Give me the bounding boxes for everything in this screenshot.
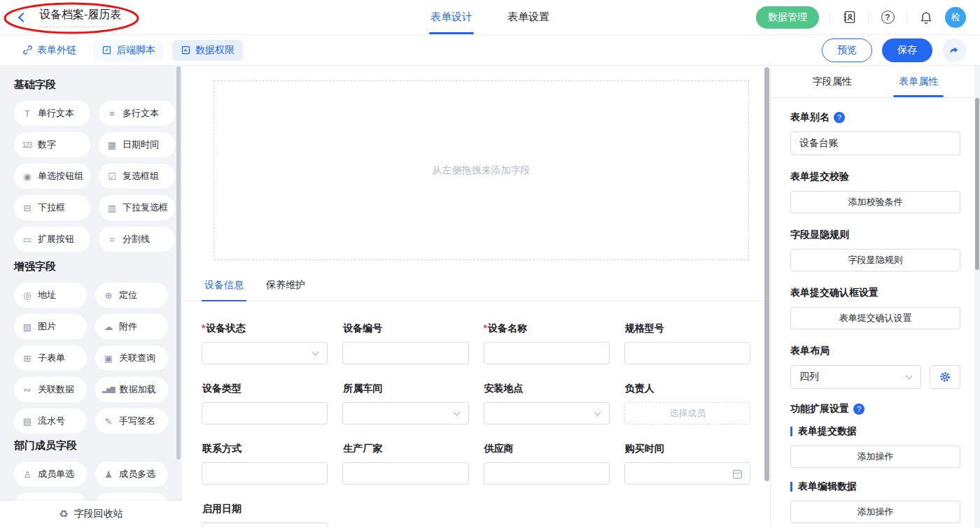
data-manage-button[interactable]: 数据管理	[756, 6, 819, 29]
number-icon: 123	[21, 141, 33, 149]
palette-item-subform[interactable]: ⊞子表单	[14, 345, 87, 371]
form-field-spec-model: 规格型号	[624, 322, 750, 364]
header-tabs: 表单设计 表单设置	[429, 0, 551, 34]
tab-device-info[interactable]: 设备信息	[202, 279, 246, 301]
checkbox-icon: ☑	[106, 171, 118, 182]
palette-item-attachment[interactable]: ☁附件	[95, 314, 168, 339]
edit-data-add-action-button[interactable]: 添加操作	[790, 501, 960, 523]
required-star: *	[202, 322, 205, 334]
form-field-workshop: 所属车间	[342, 383, 468, 424]
form-layout-label: 表单布局	[790, 345, 960, 357]
avatar[interactable]: 检	[945, 7, 966, 28]
properties-panel: 字段属性 表单属性 表单别名 ? 表单提交校验 添加校验条件 字段显隐规则 字段…	[770, 66, 980, 527]
spec-model-input[interactable]	[624, 342, 750, 364]
submit-confirm-label: 表单提交确认框设置	[790, 287, 960, 299]
page-scrollbar-track[interactable]	[974, 66, 980, 528]
add-validation-button[interactable]: 添加校验条件	[790, 191, 960, 213]
visibility-rules-button[interactable]: 字段显隐规则	[790, 249, 960, 271]
page-title[interactable]: 设备档案-履历表	[39, 8, 121, 27]
page-scrollbar-thumb[interactable]	[975, 98, 979, 270]
form-field-supplier: 供应商	[484, 443, 610, 485]
script-icon	[102, 45, 112, 55]
device-type-input[interactable]	[202, 402, 328, 424]
palette-item-member-single[interactable]: ♙成员单选	[14, 462, 87, 487]
palette-item-data-load[interactable]: ▂▅▇数据加载	[95, 377, 168, 402]
basic-fields-grid: T单行文本 ≡多行文本 123数字 ▦日期时间 ◉单选按钮组 ☑复选框组 ⊟下拉…	[14, 101, 168, 252]
enable-date-input[interactable]	[202, 522, 328, 527]
supplier-input[interactable]	[484, 462, 610, 485]
tab-field-properties[interactable]: 字段属性	[807, 66, 858, 97]
save-button[interactable]: 保存	[882, 38, 932, 62]
install-location-select[interactable]	[484, 402, 610, 424]
device-status-select[interactable]	[202, 342, 328, 364]
contact-input[interactable]	[202, 462, 328, 485]
field-label: 设备编号	[342, 322, 468, 335]
workshop-select[interactable]	[342, 402, 468, 424]
share-button[interactable]	[942, 38, 966, 62]
image-icon: ▨	[21, 322, 33, 332]
tab-form-properties[interactable]: 表单属性	[893, 66, 944, 97]
required-star: *	[484, 322, 487, 334]
accent-bar	[790, 427, 792, 436]
palette-item-divider[interactable]: =分割线	[99, 227, 175, 252]
canvas-scrollbar[interactable]	[764, 67, 769, 481]
palette-item-locate[interactable]: ⊕定位	[95, 283, 168, 308]
palette-item-checkbox-group[interactable]: ☑复选框组	[99, 164, 175, 189]
preview-button[interactable]: 预览	[822, 38, 872, 62]
device-info-form: *设备状态 设备编号 *设备名称 规格型号 设备类型	[202, 322, 750, 527]
submit-data-label: 表单提交数据	[790, 425, 960, 438]
device-name-input[interactable]	[484, 342, 610, 364]
form-field-enable-date: 启用日期	[202, 503, 328, 527]
field-dropzone[interactable]: 从左侧拖拽来添加字段	[214, 80, 749, 260]
crosshair-icon: ⊕	[102, 290, 114, 301]
submit-confirm-button[interactable]: 表单提交确认设置	[790, 307, 960, 329]
data-permission-button[interactable]: 数据权限	[172, 40, 243, 61]
share-icon	[948, 45, 960, 56]
palette-item-serial-number[interactable]: ▤流水号	[14, 408, 87, 434]
external-link-button[interactable]: 表单外链	[14, 40, 85, 61]
help-icon[interactable]: ?	[853, 404, 864, 415]
owner-member-picker[interactable]: 选择成员	[624, 402, 750, 424]
dropzone-hint: 从左侧拖拽来添加字段	[433, 164, 531, 177]
palette-item-number[interactable]: 123数字	[14, 132, 90, 157]
chain-link-icon: ∾	[21, 385, 33, 395]
palette-item-multi-dropdown[interactable]: ▥下拉复选框	[99, 195, 175, 220]
palette-item-related-data[interactable]: ∾关联数据	[14, 377, 87, 402]
palette-item-radio-group[interactable]: ◉单选按钮组	[14, 164, 90, 189]
device-code-input[interactable]	[342, 342, 468, 364]
back-button[interactable]	[14, 8, 32, 27]
palette-item-dropdown[interactable]: ⊟下拉框	[14, 195, 90, 220]
form-field-purchase-time: 购买时间 7	[624, 443, 750, 485]
palette-item-address[interactable]: ◎地址	[14, 283, 87, 308]
tab-form-design[interactable]: 表单设计	[429, 0, 474, 34]
palette-item-extension-button[interactable]: ▭扩展按钮	[14, 227, 90, 252]
layout-select[interactable]: 四列	[790, 365, 921, 389]
palette-item-signature[interactable]: ✎手写签名	[95, 408, 168, 434]
calendar-icon: 7	[732, 468, 743, 480]
manufacturer-input[interactable]	[342, 462, 468, 485]
section-extensions: 功能扩展设置 ? 表单提交数据 添加操作 表单编辑数据 添加操作	[790, 403, 960, 523]
field-recycle-bin[interactable]: ♻ 字段回收站	[0, 501, 182, 527]
bell-icon[interactable]	[918, 9, 934, 26]
palette-item-member-multi[interactable]: ♟成员多选	[95, 462, 168, 487]
form-alias-input[interactable]	[790, 131, 960, 155]
tab-form-settings[interactable]: 表单设置	[506, 0, 551, 34]
palette-item-single-line-text[interactable]: T单行文本	[14, 101, 90, 126]
extensions-label: 功能扩展设置 ?	[790, 403, 960, 415]
palette-item-image[interactable]: ▨图片	[14, 314, 87, 339]
palette-item-related-query[interactable]: ▣关联查询	[95, 345, 168, 371]
section-title-basic-fields: 基础字段	[14, 78, 168, 92]
sidebar-scrollbar[interactable]	[176, 66, 181, 459]
help-icon[interactable]: ?	[879, 9, 896, 26]
related-query-icon: ▣	[102, 353, 114, 364]
tab-maintenance[interactable]: 保养维护	[263, 279, 308, 301]
submit-data-add-action-button[interactable]: 添加操作	[790, 445, 960, 468]
layout-settings-button[interactable]	[930, 365, 960, 389]
palette-item-datetime[interactable]: ▦日期时间	[99, 132, 175, 157]
help-icon[interactable]: ?	[834, 112, 845, 123]
purchase-time-datepicker[interactable]: 7	[624, 462, 750, 485]
palette-item-multi-line-text[interactable]: ≡多行文本	[99, 101, 175, 126]
address-book-icon[interactable]	[841, 9, 858, 26]
field-label: 安装地点	[484, 383, 610, 395]
backend-script-button[interactable]: 后端脚本	[93, 40, 164, 61]
